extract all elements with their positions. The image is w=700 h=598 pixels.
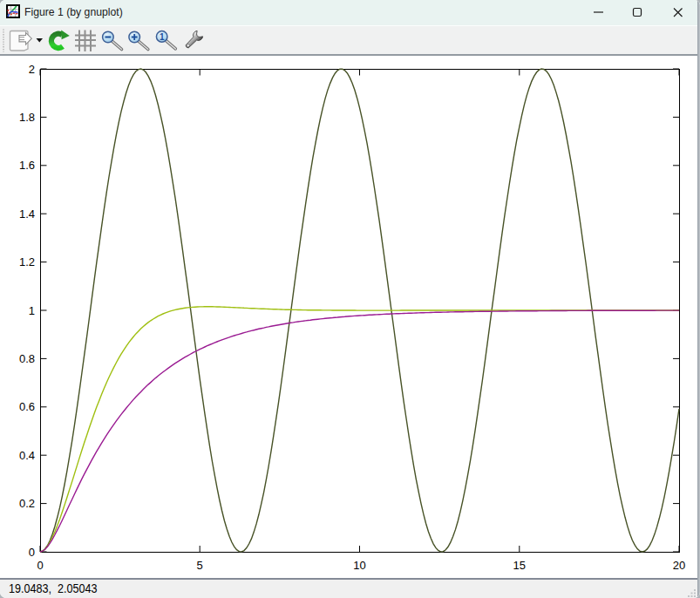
svg-text:1: 1 [29, 304, 35, 317]
svg-text:0.6: 0.6 [19, 400, 35, 413]
svg-text:1.2: 1.2 [19, 255, 35, 268]
svg-text:0: 0 [29, 546, 35, 559]
svg-text:10: 10 [353, 559, 365, 572]
svg-text:1.4: 1.4 [19, 207, 35, 221]
svg-text:0.8: 0.8 [19, 352, 35, 365]
svg-text:1.6: 1.6 [19, 159, 35, 172]
svg-text:1.8: 1.8 [19, 111, 35, 124]
svg-text:5: 5 [197, 559, 203, 572]
svg-text:2: 2 [29, 63, 35, 76]
svg-text:15: 15 [513, 559, 526, 572]
svg-text:20: 20 [673, 559, 685, 572]
svg-text:0: 0 [37, 559, 43, 572]
svg-text:0.2: 0.2 [19, 497, 35, 510]
svg-text:1: 1 [160, 32, 165, 42]
svg-text:0.4: 0.4 [19, 449, 35, 462]
